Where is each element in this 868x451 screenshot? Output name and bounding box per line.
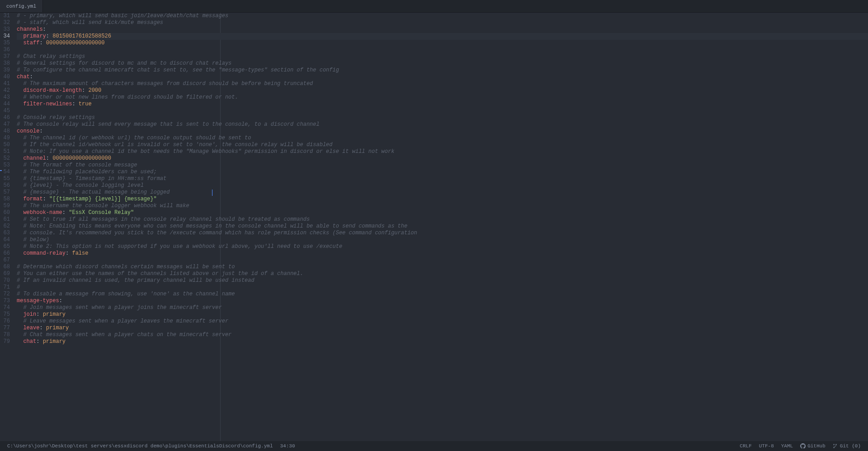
tab-bar: config.yml bbox=[0, 0, 868, 13]
tab-configyml[interactable]: config.yml bbox=[0, 0, 43, 12]
